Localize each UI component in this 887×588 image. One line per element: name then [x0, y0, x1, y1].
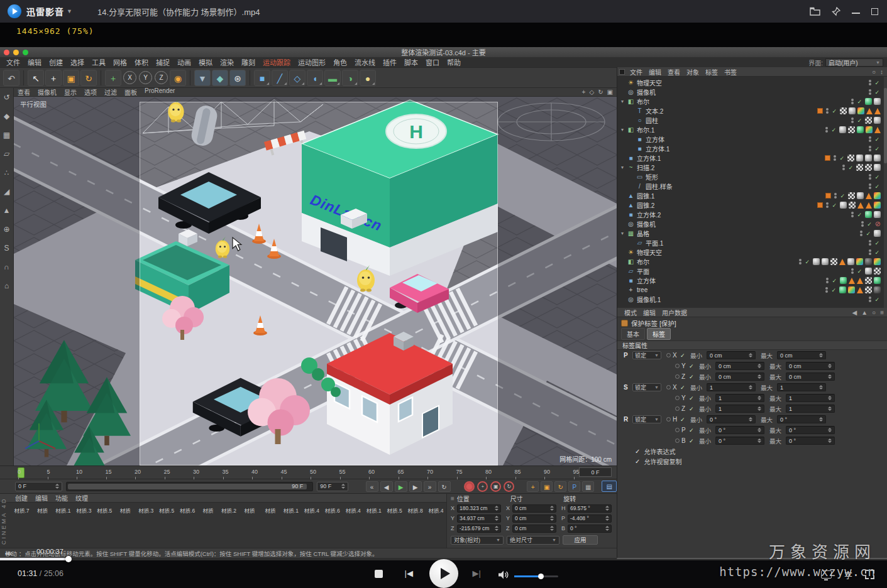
- object-row[interactable]: ▲圆锥.1✓: [617, 191, 887, 200]
- edges-mode-icon[interactable]: ◢: [1, 185, 13, 199]
- enabled-check-icon[interactable]: ✓: [874, 240, 879, 246]
- object-name[interactable]: 摄像机: [637, 219, 656, 229]
- floor-environment-icon[interactable]: ▬: [324, 70, 341, 86]
- record-position-toggle[interactable]: +: [477, 481, 488, 492]
- enable-snap-icon[interactable]: ∩: [1, 260, 13, 274]
- volume-slider[interactable]: [514, 575, 558, 577]
- object-row[interactable]: ◧布尔✓: [617, 257, 887, 266]
- current-frame-field[interactable]: 0 F: [579, 467, 612, 477]
- material-tile[interactable]: 材质.8: [405, 504, 426, 515]
- object-row[interactable]: ▾~扫描.2✓: [617, 163, 887, 172]
- menu-角色[interactable]: 角色: [329, 57, 351, 67]
- model-mode-icon[interactable]: ◆: [1, 109, 13, 123]
- object-row[interactable]: ■立方体.1✓: [617, 144, 887, 153]
- lock-dropdown[interactable]: 锁定▼: [632, 415, 661, 423]
- record-scale-toggle[interactable]: ▣: [490, 481, 501, 492]
- vp-menu-摄像机[interactable]: 摄像机: [34, 87, 60, 97]
- pin-icon[interactable]: [832, 7, 840, 16]
- position-field[interactable]: 34.937 cm: [457, 514, 501, 523]
- apply-button[interactable]: 应用: [563, 535, 598, 545]
- vp-menu-ProRender[interactable]: ProRender: [141, 87, 179, 97]
- axis-toggle[interactable]: [666, 417, 671, 422]
- object-name[interactable]: tree: [637, 286, 647, 293]
- rotate-tool-icon[interactable]: ↻: [80, 70, 97, 86]
- material-chip[interactable]: [840, 202, 847, 209]
- visibility-dots-icon[interactable]: [825, 287, 828, 293]
- z-lock-icon[interactable]: Z: [155, 71, 168, 84]
- enabled-check-icon[interactable]: ✓: [874, 183, 879, 190]
- material-chip[interactable]: [874, 155, 881, 161]
- visibility-dots-icon[interactable]: [860, 231, 862, 236]
- object-name[interactable]: 圆锥.2: [637, 200, 654, 210]
- maximize-view-icon[interactable]: ▣: [607, 89, 613, 95]
- visibility-dots-icon[interactable]: [869, 249, 871, 255]
- end-frame-field[interactable]: 90 F: [317, 482, 348, 491]
- menu-流水线[interactable]: 流水线: [351, 57, 379, 67]
- om-menu-书签[interactable]: 书签: [721, 67, 740, 77]
- rotation-field[interactable]: 69.575 °: [568, 504, 612, 513]
- fold-icon[interactable]: ▾: [621, 165, 627, 170]
- menu-运动跟踪[interactable]: 运动跟踪: [259, 57, 294, 67]
- axis-check-icon[interactable]: ✓: [689, 438, 699, 444]
- material-chip[interactable]: [874, 192, 881, 199]
- y-lock-icon[interactable]: Y: [139, 71, 152, 84]
- material-tile[interactable]: 材质: [115, 504, 136, 515]
- play-button[interactable]: [429, 559, 458, 588]
- object-name[interactable]: 文本.2: [646, 106, 663, 116]
- up-icon[interactable]: ▲: [861, 309, 868, 316]
- om-menu-对象[interactable]: 对象: [683, 67, 702, 77]
- axis-check-icon[interactable]: ✓: [680, 384, 690, 391]
- menu-网格[interactable]: 网格: [109, 57, 131, 67]
- enabled-check-icon[interactable]: ✓: [866, 231, 871, 237]
- visibility-dots-icon[interactable]: [842, 165, 845, 170]
- object-name[interactable]: 圆柱.样条: [646, 182, 673, 191]
- goto-end-button[interactable]: »: [424, 481, 436, 492]
- subdivision-surface-icon[interactable]: ◇: [289, 70, 306, 86]
- size-field[interactable]: 0 cm: [512, 525, 556, 533]
- key-pla-toggle[interactable]: ▦: [582, 481, 594, 492]
- position-field[interactable]: 180.323 cm: [457, 504, 501, 513]
- cone-material-chip[interactable]: [857, 202, 864, 209]
- object-row[interactable]: ☀物理天空✓: [617, 78, 887, 87]
- object-name[interactable]: 立方体.1: [637, 153, 661, 163]
- cone-material-chip[interactable]: [857, 278, 863, 284]
- move-tool-icon[interactable]: +: [45, 70, 62, 86]
- material-chip[interactable]: [865, 155, 872, 161]
- texture-tag-icon[interactable]: [825, 193, 831, 199]
- chevron-down-icon[interactable]: ▼: [67, 8, 72, 14]
- material-tile[interactable]: 材质.2: [219, 504, 240, 515]
- axis-check-icon[interactable]: ✓: [689, 395, 699, 401]
- viewport-solo-icon[interactable]: S: [1, 241, 13, 255]
- goto-start-button[interactable]: «: [366, 481, 378, 492]
- record-keyframe-button[interactable]: [464, 481, 475, 492]
- enabled-check-icon[interactable]: ✓: [874, 249, 879, 256]
- material-chip[interactable]: [874, 277, 881, 284]
- visibility-dots-icon[interactable]: [851, 268, 854, 274]
- object-row[interactable]: ■立方体✓: [617, 134, 887, 144]
- enabled-check-icon[interactable]: ✓: [831, 127, 836, 133]
- visibility-dots-icon[interactable]: [826, 108, 829, 114]
- min-field[interactable]: 1: [715, 394, 764, 402]
- max-field[interactable]: 0 °: [786, 426, 835, 434]
- max-field[interactable]: 0 °: [786, 437, 835, 445]
- fold-icon[interactable]: ▾: [621, 231, 627, 236]
- zoom-view-icon[interactable]: ◇: [589, 89, 594, 95]
- render-picture-viewer-icon[interactable]: ◆: [212, 70, 228, 86]
- fold-icon[interactable]: ▾: [621, 99, 627, 104]
- interface-dropdown[interactable]: 启动(用户)▼: [825, 58, 883, 67]
- max-field[interactable]: 1: [777, 383, 826, 391]
- visibility-dots-icon[interactable]: [834, 193, 837, 199]
- material-chip[interactable]: [848, 286, 855, 293]
- material-chip[interactable]: [840, 107, 847, 114]
- auto-keying-button[interactable]: ▤: [602, 481, 617, 492]
- material-tile[interactable]: 材质.4: [343, 504, 363, 515]
- render-settings-icon[interactable]: ⊛: [229, 70, 246, 86]
- am-section-header[interactable]: 标签属性: [617, 340, 887, 350]
- max-field[interactable]: 0 °: [777, 415, 826, 423]
- coords-size-dropdown[interactable]: 绝对尺寸▼: [507, 536, 559, 545]
- enabled-check-icon[interactable]: ✓: [874, 80, 879, 86]
- am-panel-icon[interactable]: ≡: [880, 309, 884, 316]
- menu-工具[interactable]: 工具: [88, 57, 109, 67]
- lock-workplane-icon[interactable]: ⌂: [1, 279, 13, 293]
- max-field[interactable]: 1: [786, 394, 835, 402]
